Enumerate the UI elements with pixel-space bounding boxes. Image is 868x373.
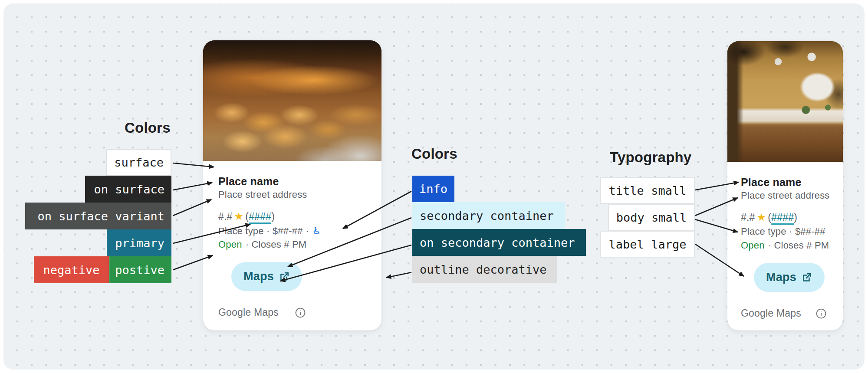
paren-close: ) [271,211,275,222]
external-link-icon [279,271,290,282]
swatch-on-surface-variant: on surface variant [25,203,171,229]
swatch-primary: primary [107,229,171,256]
hours-row: Open· Closes # PM [741,240,829,251]
type-price-row: Place type · $##-## [741,226,825,237]
attribution-label: Google Maps [741,308,801,319]
hours-row: Open· Closes # PM [218,239,306,250]
type-box-title-small: title small [600,177,695,204]
maps-button[interactable]: Maps [231,262,302,291]
rating-row: #.#★(####) [741,211,797,223]
review-count-link[interactable]: #### [771,212,794,223]
info-icon[interactable] [295,307,306,318]
place-name: Place name [741,176,802,189]
type-box-body-small: body small [608,204,695,231]
type-box-label-large: label large [600,231,695,258]
swatch-surface: surface [106,149,171,176]
closes-text: · Closes # PM [246,239,307,250]
middle-colors-heading: Colors [411,146,457,162]
type-price-text: Place type · $##-## [741,226,825,237]
design-spec-canvas: Colors surface on surface on surface var… [0,0,868,373]
external-link-icon [801,272,812,283]
type-price-row: Place type · $##-##·♿ [218,225,321,237]
paren-open: ( [245,211,249,222]
swatch-secondary-container: secondary container [412,202,565,229]
wheelchair-icon: ♿ [312,225,321,236]
maps-button-label: Maps [243,270,274,283]
place-name: Place name [218,175,279,188]
swatch-postive: postive [109,256,171,283]
rating-row: #.#★(####) [218,210,275,222]
place-card-middle: Place name Place street address #.#★(###… [203,40,381,330]
typography-heading: Typography [610,149,691,166]
type-price-text: Place type · $##-## [218,226,303,236]
paren-open: ( [768,212,771,223]
open-status: Open [218,239,242,250]
swatch-on-secondary-container: on secondary container [412,229,586,256]
open-status: Open [741,240,765,251]
place-street-address: Place street address [218,189,307,200]
rating-value: #.# [741,212,755,223]
rating-value: #.# [218,211,233,222]
left-colors-heading: Colors [125,120,171,136]
attribution-label: Google Maps [218,307,279,318]
swatch-on-surface: on surface [85,176,171,203]
maps-button-label: Maps [766,271,796,284]
paren-close: ) [794,212,797,223]
info-icon[interactable] [815,308,827,319]
maps-button[interactable]: Maps [754,263,825,292]
place-card-right: Place name Place street address #.#★(###… [727,41,843,330]
swatch-outline-decorative: outline decorative [412,256,557,283]
closes-text: · Closes # PM [768,240,829,251]
dot-separator: · [306,226,309,236]
review-count-link[interactable]: #### [249,211,271,222]
star-icon: ★ [757,211,766,223]
swatch-info: info [412,176,454,202]
swatch-negative: negative [34,256,109,283]
star-icon: ★ [234,210,244,222]
place-street-address: Place street address [741,190,830,201]
